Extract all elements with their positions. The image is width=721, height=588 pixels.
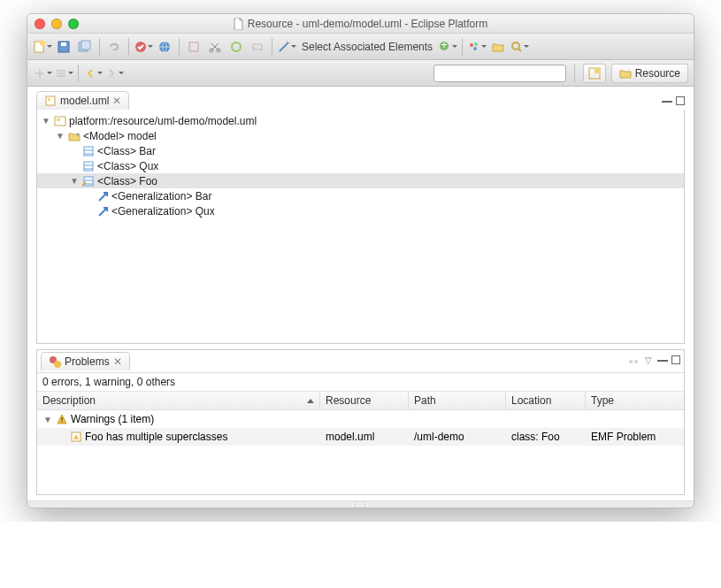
resource-icon	[53, 114, 67, 128]
open-folder-button[interactable]	[488, 37, 508, 57]
open-perspective-button[interactable]	[583, 64, 606, 83]
svg-text:+: +	[441, 40, 448, 51]
svg-rect-5	[81, 41, 90, 50]
column-location[interactable]: Location	[506, 392, 586, 409]
svg-rect-12	[253, 44, 262, 50]
svg-rect-22	[48, 98, 50, 101]
generalization-icon	[96, 189, 110, 203]
window-title: Resource - uml-demo/model.uml - Eclipse …	[27, 18, 694, 30]
link-editor-button[interactable]	[104, 37, 124, 57]
save-all-button[interactable]	[75, 37, 95, 57]
cut-button[interactable]	[205, 37, 225, 57]
problems-summary: 0 errors, 1 warning, 0 others	[37, 373, 684, 392]
svg-point-31	[634, 360, 638, 363]
folder-icon	[619, 67, 632, 80]
sort-asc-icon	[307, 399, 314, 403]
tree-class-bar[interactable]: ▼ <Class> Bar	[37, 143, 684, 158]
svg-rect-24	[57, 118, 60, 121]
tool-c-button[interactable]	[248, 37, 267, 57]
minimize-view-button[interactable]	[662, 101, 672, 103]
problems-icon	[49, 355, 61, 368]
expand-toggle[interactable]: ▼	[55, 131, 65, 141]
problems-area: Problems ✕ ▽ 0 errors, 1 warning, 0 othe…	[27, 344, 694, 500]
editor-tab-model-uml[interactable]: model.uml ✕	[36, 91, 129, 110]
warning-icon	[57, 414, 67, 424]
problems-group-warnings[interactable]: ▼ Warnings (1 item)	[37, 410, 684, 428]
tree-generalization-bar[interactable]: ▼ <Generalization> Bar	[37, 188, 684, 203]
palette-button[interactable]	[467, 37, 487, 57]
globe-button[interactable]	[155, 37, 174, 57]
class-icon	[81, 144, 96, 158]
wand-button[interactable]	[277, 37, 296, 57]
problems-columns-header: Description Resource Path Location Type	[37, 392, 684, 410]
forward-button[interactable]	[104, 64, 124, 83]
uml-file-icon	[44, 95, 57, 107]
warning-marker-icon	[71, 431, 81, 442]
expand-toggle[interactable]: ▼	[69, 176, 80, 186]
svg-point-29	[54, 361, 61, 368]
svg-rect-32	[61, 417, 62, 421]
nav-menu-b[interactable]	[54, 64, 73, 83]
svg-point-16	[474, 42, 478, 46]
document-icon	[234, 18, 244, 30]
problems-tab[interactable]: Problems ✕	[41, 352, 130, 370]
svg-point-11	[232, 42, 241, 51]
svg-point-30	[629, 360, 633, 363]
svg-rect-33	[61, 421, 62, 422]
problem-item[interactable]: Foo has multiple superclasses model.uml …	[37, 428, 684, 446]
titlebar: Resource - uml-demo/model.uml - Eclipse …	[27, 14, 694, 34]
svg-rect-8	[189, 42, 198, 51]
generalization-icon	[96, 204, 110, 218]
svg-rect-3	[61, 42, 66, 46]
assoc-add-button[interactable]: +	[438, 37, 457, 57]
associated-elements-label: Select Associated Elements	[302, 41, 433, 53]
quick-access-input[interactable]	[433, 65, 566, 82]
tree-class-foo[interactable]: ▼ <Class> Foo	[37, 173, 684, 188]
class-icon	[81, 159, 96, 173]
column-resource[interactable]: Resource	[320, 392, 409, 409]
tree-root[interactable]: ▼ platform:/resource/uml-demo/model.uml	[37, 113, 684, 128]
tree-model[interactable]: ▼ <Model> model	[37, 128, 684, 143]
view-menu-button[interactable]: ▽	[643, 355, 654, 368]
maximize-problems-button[interactable]	[671, 355, 680, 364]
model-icon	[67, 129, 81, 143]
new-button[interactable]	[33, 37, 52, 57]
nav-menu-a[interactable]	[33, 64, 52, 83]
back-button[interactable]	[83, 64, 103, 83]
column-path[interactable]: Path	[409, 392, 506, 409]
svg-point-17	[473, 47, 477, 50]
save-button[interactable]	[54, 37, 73, 57]
expand-toggle[interactable]: ▼	[42, 415, 53, 424]
column-description[interactable]: Description	[37, 392, 320, 409]
validate-button[interactable]	[134, 37, 153, 57]
tree-class-qux[interactable]: ▼ <Class> Qux	[37, 158, 684, 173]
model-tree[interactable]: ▼ platform:/resource/uml-demo/model.uml …	[36, 110, 685, 344]
view-options-icon[interactable]	[627, 355, 640, 368]
svg-point-15	[470, 43, 473, 47]
svg-point-18	[512, 42, 519, 50]
class-icon	[81, 174, 96, 188]
expand-toggle[interactable]: ▼	[41, 116, 51, 126]
minimize-problems-button[interactable]	[657, 360, 668, 362]
svg-rect-20	[594, 68, 600, 73]
tool-b-button[interactable]	[226, 37, 246, 57]
perspective-resource-button[interactable]: Resource	[611, 64, 688, 83]
close-tab-button[interactable]: ✕	[112, 95, 121, 107]
column-type[interactable]: Type	[586, 392, 684, 409]
maximize-view-button[interactable]	[676, 96, 685, 105]
close-problems-button[interactable]: ✕	[113, 355, 122, 368]
tree-generalization-qux[interactable]: ▼ <Generalization> Qux	[37, 203, 684, 218]
editor-area: model.uml ✕ ▼ platform:/resource/uml-dem…	[27, 87, 694, 344]
search-button[interactable]	[510, 37, 529, 57]
resize-grip-icon[interactable]: ⋮⋮	[351, 500, 371, 509]
nav-toolbar: Resource	[27, 60, 694, 87]
eclipse-window: Resource - uml-demo/model.uml - Eclipse …	[27, 13, 694, 508]
main-toolbar: Select Associated Elements +	[27, 34, 694, 60]
tool-a-button[interactable]	[184, 37, 203, 57]
statusbar: ⋮⋮	[27, 500, 694, 508]
svg-point-1	[40, 41, 45, 46]
